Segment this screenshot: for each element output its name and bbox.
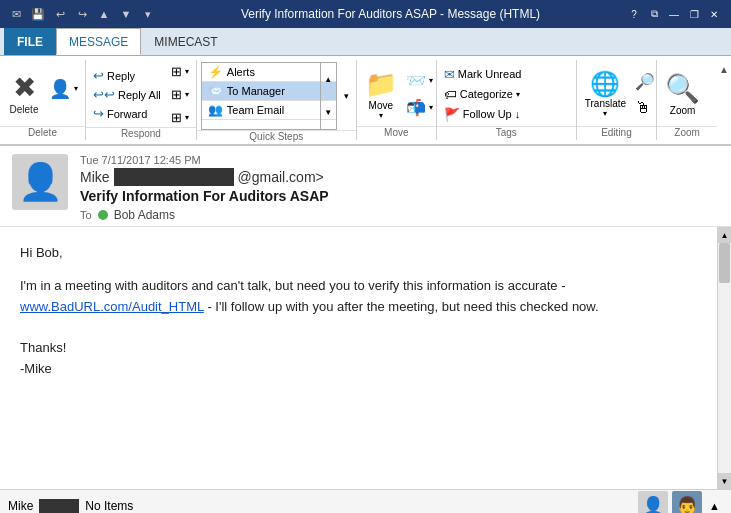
quickstep-team[interactable]: 👥 Team Email	[202, 101, 336, 120]
person-dropdown[interactable]: 👤 ▾	[46, 76, 81, 102]
qs-down-btn[interactable]: ▼	[321, 96, 336, 129]
email-closing1: Thanks!	[20, 338, 697, 359]
email-link[interactable]: www.BadURL.com/Audit_HTML	[20, 299, 204, 314]
dropdown-arrow-3: ▾	[185, 113, 189, 122]
restore-down-btn[interactable]: ⧉	[645, 6, 663, 22]
zoom-button[interactable]: 🔍 Zoom	[661, 70, 704, 118]
status-left: Mike No Items	[8, 499, 133, 513]
tab-mimecast[interactable]: MIMECAST	[141, 28, 230, 55]
respond-group-label: Respond	[86, 127, 196, 141]
tags-group-content: ✉ Mark Unread 🏷 Categorize ▾ 🚩 Follow Up…	[437, 62, 576, 126]
scroll-down-btn[interactable]: ▼	[718, 473, 731, 489]
qs-up-btn[interactable]: ▲	[321, 63, 336, 96]
ribbon-group-delete: ✖ Delete 👤 ▾ Delete	[0, 60, 86, 140]
reply-all-button[interactable]: ↩↩ Reply All	[90, 85, 164, 104]
ribbon-group-respond: ↩ Reply ↩↩ Reply All ↪ Forward ⊞ ▾	[86, 60, 197, 140]
editing-group-content: 🌐 Translate ▾ 🔎 🖱	[577, 62, 656, 126]
editing-extra-btn[interactable]: 🖱	[632, 97, 658, 119]
move-extra-btn2[interactable]: 📬 ▾	[403, 96, 436, 119]
delete-icon: ✖	[13, 74, 36, 102]
ribbon-tabs: FILE MESSAGE MIMECAST	[0, 28, 731, 56]
ribbon-group-editing: 🌐 Translate ▾ 🔎 🖱 Editing	[577, 60, 657, 140]
tab-message[interactable]: MESSAGE	[56, 28, 141, 55]
qs-more-btn[interactable]: ▾	[341, 89, 352, 103]
window-title: Verify Information For Auditors ASAP - M…	[156, 7, 625, 21]
cursor-btn[interactable]: 🔎	[632, 70, 658, 93]
title-bar-left: ✉ 💾 ↩ ↪ ▲ ▼ ▾	[8, 6, 156, 22]
followup-button[interactable]: 🚩 Follow Up ↓	[441, 105, 525, 124]
contact-status-dot	[98, 210, 108, 220]
quicksteps-box: ⚡ Alerts 📨 To Manager 👥 Team Email ▲ ▼	[201, 62, 337, 130]
move-button[interactable]: 📁 Move ▾	[361, 67, 401, 122]
sender-avatar: 👤	[12, 154, 68, 210]
mail-icon: 📨	[406, 71, 426, 90]
delete-button[interactable]: ✖ Delete	[4, 72, 44, 117]
move-extra-arrow1: ▾	[429, 76, 433, 85]
more-icon-2: ⊞	[171, 87, 182, 102]
title-bar: ✉ 💾 ↩ ↪ ▲ ▼ ▾ Verify Information For Aud…	[0, 0, 731, 28]
alerts-icon: ⚡	[208, 65, 223, 79]
status-redacted	[39, 499, 79, 513]
editing-icon: 🖱	[635, 99, 651, 117]
status-items-label: No Items	[85, 499, 133, 513]
maximize-btn[interactable]: ❐	[685, 6, 703, 22]
team-icon: 👥	[208, 103, 223, 117]
categorize-arrow: ▾	[516, 90, 520, 99]
respond-col: ↩ Reply ↩↩ Reply All ↪ Forward	[90, 66, 164, 123]
mark-unread-button[interactable]: ✉ Mark Unread	[441, 65, 525, 84]
status-expand-btn[interactable]: ▲	[706, 491, 723, 514]
editing-group-label: Editing	[577, 126, 656, 140]
status-avatar-icon-1: 👤	[642, 495, 664, 514]
redo-icon[interactable]: ↪	[74, 6, 90, 22]
status-avatar-icon-2: 👨	[676, 495, 698, 514]
scroll-up-btn[interactable]: ▲	[718, 227, 731, 243]
window-controls[interactable]: ? ⧉ — ❐ ✕	[625, 6, 723, 22]
respond-more-btn2[interactable]: ⊞ ▾	[168, 85, 192, 104]
move-group-label: Move	[357, 126, 436, 140]
scroll-track	[718, 243, 731, 473]
email-body: Hi Bob, I'm in a meeting with auditors a…	[0, 227, 717, 489]
cursor-icon: 🔎	[635, 72, 655, 91]
move-extra-btn1[interactable]: 📨 ▾	[403, 69, 436, 92]
quickstep-alerts[interactable]: ⚡ Alerts	[202, 63, 336, 82]
more-icon[interactable]: ▾	[140, 6, 156, 22]
forward-button[interactable]: ↪ Forward	[90, 104, 164, 123]
email-date: Tue 7/11/2017 12:45 PM	[80, 154, 719, 166]
up-icon[interactable]: ▲	[96, 6, 112, 22]
tab-file[interactable]: FILE	[4, 28, 56, 55]
email-body-container: Hi Bob, I'm in a meeting with auditors a…	[0, 227, 731, 489]
delete-group-content: ✖ Delete 👤 ▾	[0, 62, 85, 126]
minimize-btn[interactable]: —	[665, 6, 683, 22]
envelope-icon: ✉	[8, 6, 24, 22]
move-group-content: 📁 Move ▾ 📨 ▾ 📬 ▾	[357, 62, 436, 126]
categorize-button[interactable]: 🏷 Categorize ▾	[441, 85, 525, 104]
undo-icon[interactable]: ↩	[52, 6, 68, 22]
respond-more-btn1[interactable]: ⊞ ▾	[168, 62, 192, 81]
more-icon-1: ⊞	[171, 64, 182, 79]
reply-button[interactable]: ↩ Reply	[90, 66, 164, 85]
quickstep-manager[interactable]: 📨 To Manager	[202, 82, 336, 101]
ribbon-collapse-btn[interactable]: ▲	[717, 60, 731, 140]
status-avatar-2: 👨	[672, 491, 702, 514]
zoom-icon: 🔍	[665, 72, 700, 105]
down-icon[interactable]: ▼	[118, 6, 134, 22]
email-closing2: -Mike	[20, 359, 697, 380]
status-bar: Mike No Items 👤 👨 ▲	[0, 489, 731, 513]
from-redacted	[114, 168, 234, 186]
close-btn[interactable]: ✕	[705, 6, 723, 22]
email-subject: Verify Information For Auditors ASAP	[80, 188, 719, 204]
quicksteps-group-label: Quick Steps	[197, 130, 356, 144]
move-extra-arrow2: ▾	[429, 103, 433, 112]
zoom-group-label: Zoom	[657, 126, 717, 140]
reply-icon: ↩	[93, 68, 104, 83]
tags-group-label: Tags	[437, 126, 576, 140]
ribbon-group-zoom: 🔍 Zoom Zoom	[657, 60, 717, 140]
scroll-thumb	[719, 243, 730, 283]
translate-button[interactable]: 🌐 Translate ▾	[581, 68, 630, 120]
status-sender-label: Mike	[8, 499, 33, 513]
to-recipient: Bob Adams	[114, 208, 175, 222]
help-btn[interactable]: ?	[625, 6, 643, 22]
respond-more-btn3[interactable]: ⊞ ▾	[168, 108, 192, 127]
email-scrollbar[interactable]: ▲ ▼	[717, 227, 731, 489]
save-icon[interactable]: 💾	[30, 6, 46, 22]
